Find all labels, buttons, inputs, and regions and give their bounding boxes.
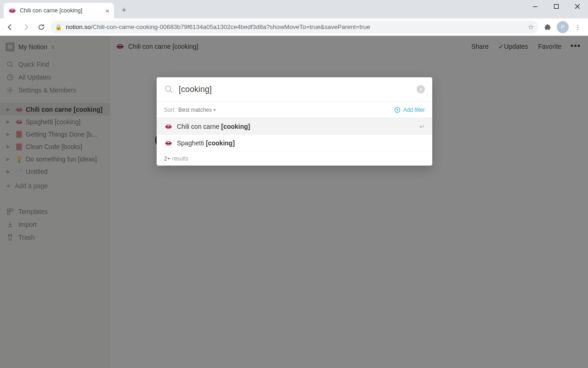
clear-search-icon[interactable]: ✕ [417,85,425,93]
address-bar[interactable]: 🔒 notion.so/Chili-con-carne-cooking-0068… [51,21,538,34]
result-emoji-icon: 👄 [164,123,172,130]
svg-point-8 [165,86,170,91]
profile-avatar[interactable]: P [557,21,569,33]
search-icon [164,85,173,94]
add-filter-button[interactable]: Add filter [394,107,425,113]
extensions-icon[interactable] [541,21,554,34]
filter-icon [394,107,401,113]
result-emoji-icon: 👄 [164,139,172,147]
tab-close-icon[interactable]: × [105,7,109,15]
tab-title: Chili con carne [cooking] [20,7,82,14]
search-modal: ✕ Sort: Best matches▾ Add filter 👄 Chili… [157,77,432,166]
reload-button[interactable] [35,21,48,34]
sort-dropdown[interactable]: Best matches▾ [178,107,216,113]
bookmark-star-icon[interactable]: ☆ [528,23,534,31]
browser-tab[interactable]: 👄 Chili con carne [cooking] × [4,3,114,18]
window-maximize-button[interactable] [546,0,567,13]
search-input[interactable] [179,85,411,94]
forward-button[interactable] [19,21,32,34]
lock-icon: 🔒 [55,24,62,30]
tab-favicon: 👄 [8,7,16,14]
result-title: Chili con carne [cooking] [177,123,250,130]
add-filter-label: Add filter [403,107,425,113]
result-title: Spaghetti [cooking] [177,139,235,147]
svg-rect-1 [554,5,559,9]
chevron-down-icon: ▾ [214,108,216,112]
svg-rect-0 [533,6,537,7]
search-result-row[interactable]: 👄 Spaghetti [cooking] [157,134,432,151]
window-minimize-button[interactable] [525,0,546,13]
result-count-footer: 2+ results [157,151,432,166]
back-button[interactable] [4,21,17,34]
new-tab-button[interactable]: + [118,4,130,17]
url-text: notion.so/Chili-con-carne-cooking-00683b… [66,23,370,30]
browser-menu-icon[interactable]: ⋮ [571,21,584,34]
enter-key-icon: ↵ [419,123,425,130]
sort-label: Sort: [164,107,175,113]
search-result-row[interactable]: 👄 Chili con carne [cooking] ↵ [157,118,432,134]
window-close-button[interactable] [567,0,588,13]
